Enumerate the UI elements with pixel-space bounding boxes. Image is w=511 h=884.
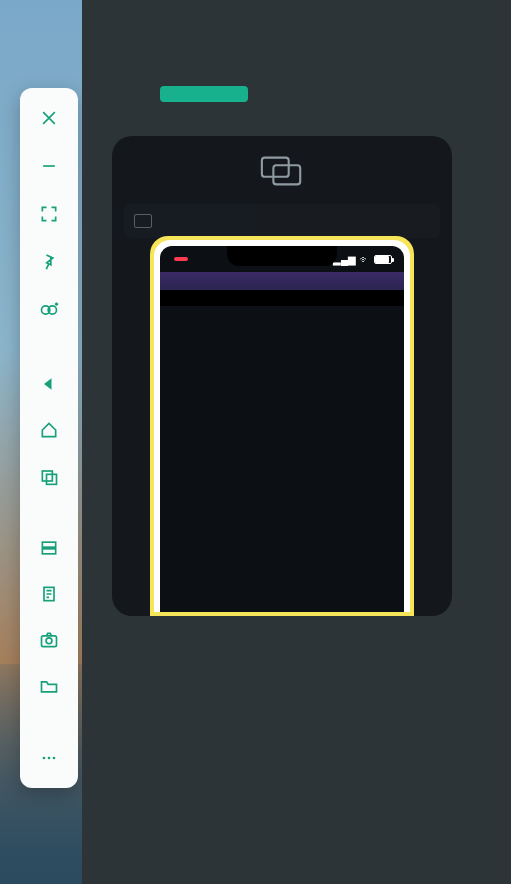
close-icon[interactable] <box>37 106 61 130</box>
phone-settings-header <box>160 272 404 290</box>
fullscreen-icon[interactable] <box>37 202 61 226</box>
instruction-panel: ▂▄▆ ᯤ <box>82 0 511 884</box>
loop-add-icon[interactable] <box>37 298 61 322</box>
svg-point-8 <box>46 638 52 644</box>
home-icon[interactable] <box>37 418 61 442</box>
recents-icon[interactable] <box>37 464 61 488</box>
wifi-icon: ᯤ <box>360 254 370 265</box>
folder-icon[interactable] <box>37 674 61 698</box>
airplay-list <box>124 204 440 238</box>
server-icon[interactable] <box>37 536 61 560</box>
svg-point-9 <box>43 757 46 760</box>
phone-notch <box>227 246 337 266</box>
statusbar-time <box>174 257 188 261</box>
svg-rect-4 <box>42 542 55 547</box>
pin-icon[interactable] <box>37 250 61 274</box>
svg-rect-13 <box>273 165 300 184</box>
more-icon[interactable] <box>37 746 61 770</box>
minimize-icon[interactable] <box>37 154 61 178</box>
phone-mock: ▂▄▆ ᯤ <box>150 236 414 616</box>
svg-rect-12 <box>262 158 289 177</box>
back-icon[interactable] <box>37 372 61 396</box>
svg-point-10 <box>48 757 51 760</box>
ive-enabled-button[interactable] <box>160 86 248 102</box>
clipboard-icon[interactable] <box>37 582 61 606</box>
camera-icon[interactable] <box>37 628 61 652</box>
svg-rect-5 <box>42 549 55 554</box>
airplay-row <box>124 204 440 238</box>
screen-mirroring-icon <box>112 154 452 188</box>
illustration-card: ▂▄▆ ᯤ <box>112 136 452 616</box>
svg-point-11 <box>53 757 56 760</box>
battery-icon <box>374 255 392 264</box>
side-toolbar <box>20 88 78 788</box>
